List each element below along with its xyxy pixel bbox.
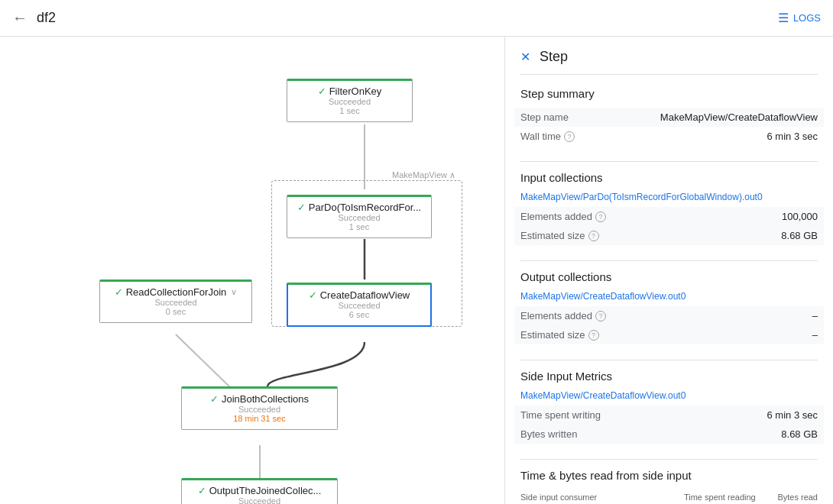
check-icon-create: ✓ xyxy=(309,289,317,301)
header: ← df2 ☰ LOGS xyxy=(0,0,833,37)
main-content: MakeMapView ∧ ✓ FilterOnKey Succeeded 1 … xyxy=(0,37,833,504)
divider-3 xyxy=(520,360,818,360)
col-time-reading: Time spent reading xyxy=(650,489,756,504)
side-input-table: Side input consumer Time spent reading B… xyxy=(520,489,818,504)
side-input-section: Side Input Metrics MakeMapView/CreateDat… xyxy=(520,370,818,444)
divider-4 xyxy=(520,459,818,460)
makemapview-label: MakeMapView ∧ xyxy=(392,170,455,180)
out-elements-added-row: Elements added ? – xyxy=(514,306,824,325)
out-estimated-size-label: Estimated size ? xyxy=(520,329,812,341)
time-spent-writing-label: Time spent writing xyxy=(520,409,767,421)
out-estimated-size-row: Estimated size ? – xyxy=(514,325,824,344)
step-header: ✕ Step xyxy=(520,49,818,75)
out-estimated-size-help-icon[interactable]: ? xyxy=(588,330,599,341)
step-summary-title: Step summary xyxy=(520,87,818,100)
wall-time-help-icon[interactable]: ? xyxy=(564,131,575,142)
divider-2 xyxy=(520,260,818,261)
time-bytes-section: Time & bytes read from side input Side i… xyxy=(520,469,818,504)
node-readcollection[interactable]: ✓ ReadCollectionForJoin ∨ Succeeded 0 se… xyxy=(99,279,252,323)
bytes-written-row: Bytes written 8.68 GB xyxy=(514,425,824,444)
check-icon-read: ✓ xyxy=(115,286,123,298)
wall-time-value: 6 min 3 sec xyxy=(767,131,818,142)
step-name-row: Step name MakeMapView/CreateDataflowView xyxy=(514,108,824,127)
output-collections-section: Output collections MakeMapView/CreateDat… xyxy=(520,270,818,344)
bytes-written-value: 8.68 GB xyxy=(781,428,818,440)
check-icon-join: ✓ xyxy=(210,393,219,405)
logs-label: LOGS xyxy=(793,12,821,24)
elements-added-label: Elements added ? xyxy=(520,211,782,222)
node-createdataflowview[interactable]: ✓ CreateDataflowView Succeeded 6 sec xyxy=(287,283,432,327)
estimated-size-row: Estimated size ? 8.68 GB xyxy=(514,226,824,245)
out-elements-help-icon[interactable]: ? xyxy=(595,311,606,321)
page-title: df2 xyxy=(37,10,778,26)
check-icon-pardo: ✓ xyxy=(297,202,306,213)
divider-1 xyxy=(520,161,818,162)
time-spent-writing-value: 6 min 3 sec xyxy=(767,409,818,421)
wall-time-label: Wall time ? xyxy=(520,131,767,142)
side-input-collection: MakeMapView/CreateDataflowView.out0 xyxy=(520,390,818,401)
svg-line-2 xyxy=(176,334,229,386)
node-output[interactable]: ✓ OutputTheJoinedCollec... Succeeded 18 … xyxy=(181,478,338,504)
col-bytes-read: Bytes read xyxy=(756,489,818,504)
logs-icon: ☰ xyxy=(778,11,789,25)
check-icon-output: ✓ xyxy=(198,485,206,496)
input-collections-section: Input collections MakeMapView/ParDo(ToIs… xyxy=(520,171,818,245)
graph-area[interactable]: MakeMapView ∧ ✓ FilterOnKey Succeeded 1 … xyxy=(0,37,504,504)
step-panel-title: Step xyxy=(540,49,568,65)
time-bytes-title: Time & bytes read from side input xyxy=(520,469,818,482)
estimated-size-label: Estimated size ? xyxy=(520,230,781,241)
step-panel: ✕ Step Step summary Step name MakeMapVie… xyxy=(504,37,833,504)
estimated-size-help-icon[interactable]: ? xyxy=(588,231,599,241)
step-name-label: Step name xyxy=(520,111,660,123)
node-pardo[interactable]: ✓ ParDo(ToIsmRecordFor... Succeeded 1 se… xyxy=(287,195,432,238)
step-summary-section: Step summary Step name MakeMapView/Creat… xyxy=(520,87,818,146)
elements-added-help-icon[interactable]: ? xyxy=(595,212,606,222)
elements-added-value: 100,000 xyxy=(782,211,818,222)
node-joinboth[interactable]: ✓ JoinBothCollections Succeeded 18 min 3… xyxy=(181,386,338,430)
time-spent-writing-row: Time spent writing 6 min 3 sec xyxy=(514,405,824,425)
side-input-title: Side Input Metrics xyxy=(520,370,818,383)
input-collection-name: MakeMapView/ParDo(ToIsmRecordForGlobalWi… xyxy=(520,192,818,202)
check-icon: ✓ xyxy=(318,86,326,97)
logs-button[interactable]: ☰ LOGS xyxy=(778,11,821,25)
input-collections-title: Input collections xyxy=(520,171,818,184)
close-button[interactable]: ✕ xyxy=(520,50,530,64)
out-estimated-size-value: – xyxy=(812,329,818,341)
expand-icon[interactable]: ∨ xyxy=(231,287,237,297)
output-collection-name: MakeMapView/CreateDataflowView.out0 xyxy=(520,291,818,302)
out-elements-added-value: – xyxy=(812,310,818,321)
step-name-value: MakeMapView/CreateDataflowView xyxy=(660,111,818,123)
back-button[interactable]: ← xyxy=(12,9,28,27)
node-filteronkey[interactable]: ✓ FilterOnKey Succeeded 1 sec xyxy=(287,79,413,122)
output-collections-title: Output collections xyxy=(520,270,818,283)
out-elements-added-label: Elements added ? xyxy=(520,310,812,321)
elements-added-row: Elements added ? 100,000 xyxy=(514,207,824,226)
bytes-written-label: Bytes written xyxy=(520,428,781,440)
estimated-size-value: 8.68 GB xyxy=(781,230,818,241)
col-consumer: Side input consumer xyxy=(520,489,650,504)
wall-time-row: Wall time ? 6 min 3 sec xyxy=(514,127,824,146)
